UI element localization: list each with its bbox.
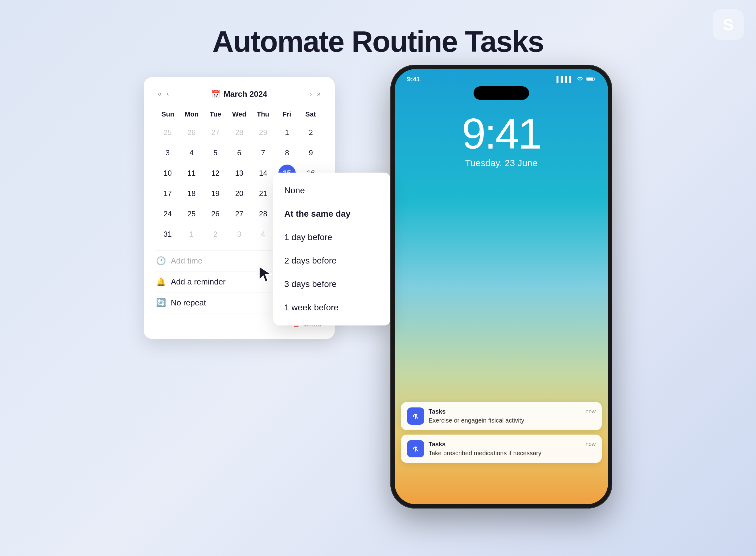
calendar-date-20[interactable]: 20 [231,185,248,202]
notif-app-icon-0 [407,408,424,425]
dropdown-item-3[interactable]: 2 days before [273,249,390,273]
notif-header-0: Tasks now [428,408,596,415]
calendar-date-7[interactable]: 7 [254,144,272,162]
phone-date: Tuesday, 23 June [394,158,608,168]
day-wed: Wed [227,108,251,120]
notif-time-0: now [585,408,596,415]
dropdown-item-2[interactable]: 1 day before [273,225,390,249]
bell-icon: 🔔 [156,277,166,287]
calendar-date-1[interactable]: 1 [278,124,296,141]
calendar-date-14[interactable]: 14 [254,165,272,182]
calendar-date-13[interactable]: 13 [231,165,248,182]
notif-app-name-0: Tasks [428,408,446,415]
calendar-date-6[interactable]: 6 [231,144,248,162]
repeat-icon: 🔄 [156,298,166,308]
calendar-date-12[interactable]: 12 [207,165,224,182]
calendar-date-3[interactable]: 3 [159,144,176,162]
calendar-date-3[interactable]: 3 [231,225,248,243]
status-icons: ▌▌▌▌ [556,76,596,83]
mouse-cursor [258,265,273,283]
svg-rect-1 [587,77,593,80]
signal-icon: ▌▌▌▌ [556,76,574,82]
calendar-date-28[interactable]: 28 [254,205,272,222]
calendar-header: « ‹ 📅 March 2024 › » [156,88,322,100]
calendar-date-17[interactable]: 17 [159,185,176,202]
day-tue: Tue [204,108,227,120]
calendar-date-5[interactable]: 5 [207,144,224,162]
wifi-icon [577,76,583,83]
calendar-date-25[interactable]: 25 [159,124,176,141]
dropdown-item-5[interactable]: 1 week before [273,296,390,319]
content-area: « ‹ 📅 March 2024 › » Sun Mon Tue [0,77,756,509]
calendar-date-18[interactable]: 18 [183,185,200,202]
calendar-date-21[interactable]: 21 [254,185,272,202]
nav-next-button[interactable]: › [308,88,314,100]
cal-days-header: Sun Mon Tue Wed Thu Fri Sat [156,108,322,120]
calendar-date-11[interactable]: 11 [183,165,200,182]
phone-screen: 9:41 ▌▌▌▌ [394,69,608,504]
svg-point-4 [415,447,416,449]
left-section: « ‹ 📅 March 2024 › » Sun Mon Tue [144,77,353,339]
notif-app-icon-1 [407,440,424,457]
status-time: 9:41 [407,75,420,83]
page-title: Automate Routine Tasks [0,0,756,59]
day-fri: Fri [275,108,299,120]
notification-card-0: Tasks now Exercise or engagein fisical a… [401,402,602,430]
calendar-date-4[interactable]: 4 [254,225,272,243]
nav-prev-group: « ‹ [156,88,171,100]
calendar-date-2[interactable]: 2 [302,124,319,141]
phone-mockup: 9:41 ▌▌▌▌ [390,65,612,509]
calendar-date-25[interactable]: 25 [183,205,200,222]
svg-point-3 [415,415,416,416]
dropdown-item-1[interactable]: At the same day [273,202,390,225]
phone-section: 9:41 ▌▌▌▌ [390,65,612,509]
calendar-date-29[interactable]: 29 [254,124,272,141]
nav-next-group: › » [308,88,322,100]
status-bar: 9:41 ▌▌▌▌ [394,69,608,83]
phone-clock-display: 9:41 Tuesday, 23 June [394,112,608,168]
day-sat: Sat [299,108,322,120]
notif-header-1: Tasks now [428,441,596,448]
notification-card-1: Tasks now Take prescribed medications if… [401,435,602,463]
calendar-date-10[interactable]: 10 [159,165,176,182]
nav-prev-button[interactable]: ‹ [165,88,171,100]
calendar-date-27[interactable]: 27 [231,205,248,222]
calendar-date-27[interactable]: 27 [207,124,224,141]
calendar-month-label: March 2024 [224,90,267,99]
background-logo: S [713,9,744,40]
notif-time-1: now [585,441,596,448]
notif-app-name-1: Tasks [428,441,446,448]
calendar-date-24[interactable]: 24 [159,205,176,222]
dynamic-island [474,86,529,100]
calendar-date-26[interactable]: 26 [207,205,224,222]
notif-content-0: Tasks now Exercise or engagein fisical a… [428,408,596,424]
phone-time-big: 9:41 [394,112,608,155]
clock-icon: 🕐 [156,256,166,266]
dropdown-item-4[interactable]: 3 days before [273,273,390,296]
calendar-title-group: 📅 March 2024 [211,90,267,99]
calendar-date-2[interactable]: 2 [207,225,224,243]
calendar-date-19[interactable]: 19 [207,185,224,202]
dropdown-item-0[interactable]: None [273,179,390,202]
calendar-date-4[interactable]: 4 [183,144,200,162]
calendar-date-9[interactable]: 9 [302,144,319,162]
notif-text-1: Take prescribed medications if necessary [428,449,596,457]
nav-next-next-button[interactable]: » [315,88,322,100]
nav-prev-prev-button[interactable]: « [156,88,163,100]
calendar-date-8[interactable]: 8 [278,144,296,162]
day-mon: Mon [180,108,204,120]
calendar-date-28[interactable]: 28 [231,124,248,141]
calendar-date-31[interactable]: 31 [159,225,176,243]
notif-text-0: Exercise or engagein fisical activity [428,416,596,424]
battery-icon [586,76,596,83]
notifications-area: Tasks now Exercise or engagein fisical a… [401,402,602,467]
reminder-dropdown: NoneAt the same day1 day before2 days be… [273,173,390,325]
notif-content-1: Tasks now Take prescribed medications if… [428,441,596,457]
calendar-date-26[interactable]: 26 [183,124,200,141]
svg-rect-2 [594,78,595,80]
calendar-icon: 📅 [211,90,220,98]
calendar-date-1[interactable]: 1 [183,225,200,243]
day-thu: Thu [251,108,275,120]
day-sun: Sun [156,108,180,120]
